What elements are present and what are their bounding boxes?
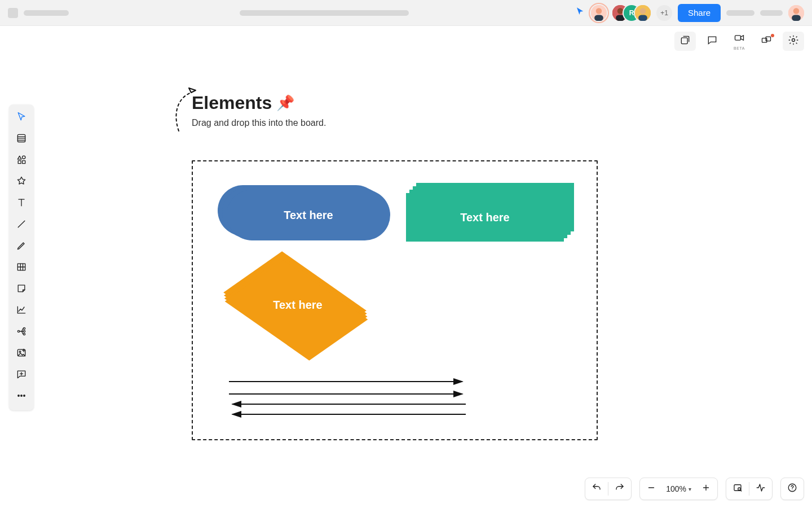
- view-group: [726, 478, 773, 500]
- share-button[interactable]: Share: [678, 4, 721, 22]
- activity-icon: [756, 483, 766, 495]
- zoom-group: 100% ▾: [639, 478, 718, 500]
- section-title-text: Elements: [192, 93, 272, 113]
- header-right-placeholder-1[interactable]: [726, 10, 754, 16]
- header-right-placeholder-2[interactable]: [760, 10, 783, 16]
- current-user-avatar[interactable]: [591, 5, 607, 21]
- arrow-elements[interactable]: [228, 375, 467, 422]
- shape-blue-pill-stack[interactable]: Text here: [226, 187, 389, 238]
- help-group: [780, 478, 804, 500]
- minimap-icon: [732, 483, 743, 495]
- zoom-level-dropdown[interactable]: 100% ▾: [663, 484, 695, 493]
- zoom-level-label: 100%: [666, 484, 686, 493]
- shape-orange-label: Text here: [224, 255, 371, 354]
- svg-rect-11: [792, 15, 801, 21]
- section-subtitle: Drag and drop this into the board.: [192, 118, 326, 128]
- bottom-bar: 100% ▾: [585, 478, 804, 500]
- redo-icon: [615, 483, 625, 495]
- zoom-out-button[interactable]: [640, 478, 663, 500]
- shape-green-card-stack[interactable]: Text here: [407, 185, 565, 234]
- activity-button[interactable]: [749, 478, 772, 500]
- help-icon: [787, 483, 797, 495]
- pin-icon: 📌: [276, 94, 294, 112]
- header-right: R +1 Share: [575, 4, 804, 22]
- shape-green-label: Text here: [460, 211, 509, 224]
- minus-icon: [646, 483, 656, 495]
- section-title: Elements 📌: [192, 93, 326, 113]
- collaborator-avatar-3[interactable]: [635, 5, 651, 21]
- header-center-placeholder: [240, 10, 409, 16]
- undo-redo-group: [585, 478, 632, 500]
- zoom-in-button[interactable]: [695, 478, 717, 500]
- caret-down-icon: ▾: [689, 486, 691, 492]
- canvas[interactable]: Elements 📌 Drag and drop this into the b…: [0, 26, 812, 508]
- avatar-overflow[interactable]: +1: [656, 5, 672, 21]
- presence-cursor-icon: [575, 6, 585, 18]
- svg-point-4: [617, 8, 624, 14]
- collaborator-avatar-2-initial: R: [629, 9, 634, 17]
- svg-point-10: [793, 8, 800, 14]
- redo-button[interactable]: [608, 478, 631, 500]
- header-center: [73, 10, 575, 16]
- board-title-placeholder[interactable]: [24, 10, 69, 16]
- section-heading: Elements 📌 Drag and drop this into the b…: [192, 93, 326, 128]
- collaborator-avatars[interactable]: R: [612, 5, 651, 21]
- svg-point-56: [792, 489, 792, 490]
- app-header: R +1 Share: [0, 0, 812, 26]
- app-menu-placeholder[interactable]: [8, 8, 18, 18]
- undo-icon: [592, 483, 602, 495]
- help-button[interactable]: [781, 478, 804, 500]
- svg-point-7: [640, 8, 646, 14]
- svg-rect-5: [616, 15, 625, 21]
- shape-blue-label: Text here: [284, 209, 333, 222]
- svg-rect-2: [594, 15, 603, 21]
- plus-icon: [701, 483, 711, 495]
- map-button[interactable]: [726, 478, 749, 500]
- svg-rect-8: [638, 15, 647, 21]
- undo-button[interactable]: [585, 478, 608, 500]
- share-button-label: Share: [688, 8, 710, 17]
- account-avatar[interactable]: [788, 5, 804, 21]
- shape-orange-diamond-stack[interactable]: Text here: [224, 255, 371, 354]
- svg-point-1: [596, 8, 602, 14]
- avatar-overflow-label: +1: [660, 9, 668, 17]
